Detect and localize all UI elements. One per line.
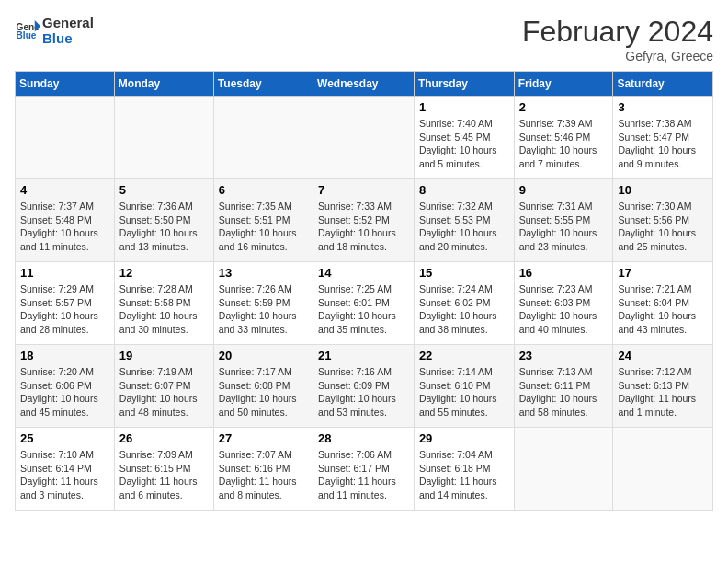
- logo-line2: Blue: [42, 30, 94, 46]
- day-info: Sunrise: 7:23 AM Sunset: 6:03 PM Dayligh…: [519, 282, 609, 337]
- title-area: February 2024 Gefyra, Greece: [522, 15, 713, 63]
- logo-line1: General: [42, 15, 94, 30]
- calendar-cell: 8Sunrise: 7:32 AM Sunset: 5:53 PM Daylig…: [414, 179, 514, 262]
- day-number: 9: [519, 183, 609, 197]
- day-info: Sunrise: 7:32 AM Sunset: 5:53 PM Dayligh…: [419, 200, 509, 254]
- header: General Blue General Blue February 2024 …: [15, 15, 713, 63]
- day-number: 15: [419, 266, 509, 280]
- day-number: 12: [119, 266, 209, 280]
- calendar-cell: [213, 97, 313, 179]
- logo: General Blue General Blue: [15, 15, 94, 46]
- calendar-cell: 27Sunrise: 7:07 AM Sunset: 6:16 PM Dayli…: [213, 428, 313, 511]
- weekday-header: Monday: [114, 72, 213, 97]
- day-number: 1: [419, 100, 509, 114]
- calendar-table: SundayMondayTuesdayWednesdayThursdayFrid…: [15, 71, 713, 511]
- day-number: 6: [219, 183, 308, 197]
- calendar-cell: [114, 97, 213, 179]
- calendar-cell: 14Sunrise: 7:25 AM Sunset: 6:01 PM Dayli…: [313, 262, 415, 345]
- calendar-cell: 9Sunrise: 7:31 AM Sunset: 5:55 PM Daylig…: [514, 179, 613, 262]
- day-info: Sunrise: 7:39 AM Sunset: 5:46 PM Dayligh…: [519, 117, 609, 171]
- day-info: Sunrise: 7:14 AM Sunset: 6:10 PM Dayligh…: [419, 365, 509, 419]
- calendar-cell: 29Sunrise: 7:04 AM Sunset: 6:18 PM Dayli…: [414, 428, 514, 511]
- day-number: 23: [519, 349, 609, 362]
- day-number: 14: [318, 266, 409, 280]
- day-number: 2: [519, 100, 609, 114]
- weekday-header: Tuesday: [213, 72, 313, 97]
- day-info: Sunrise: 7:38 AM Sunset: 5:47 PM Dayligh…: [618, 117, 708, 171]
- day-info: Sunrise: 7:37 AM Sunset: 5:48 PM Dayligh…: [20, 200, 109, 254]
- calendar-cell: 1Sunrise: 7:40 AM Sunset: 5:45 PM Daylig…: [414, 97, 514, 179]
- day-number: 8: [419, 183, 509, 197]
- day-info: Sunrise: 7:04 AM Sunset: 6:18 PM Dayligh…: [419, 448, 509, 502]
- day-number: 4: [20, 183, 109, 197]
- calendar-cell: 15Sunrise: 7:24 AM Sunset: 6:02 PM Dayli…: [414, 262, 514, 345]
- day-number: 19: [119, 349, 209, 362]
- calendar-cell: 17Sunrise: 7:21 AM Sunset: 6:04 PM Dayli…: [613, 262, 713, 345]
- calendar-cell: 4Sunrise: 7:37 AM Sunset: 5:48 PM Daylig…: [16, 179, 115, 262]
- day-number: 27: [219, 431, 308, 445]
- weekday-header: Friday: [514, 72, 613, 97]
- calendar-week-row: 4Sunrise: 7:37 AM Sunset: 5:48 PM Daylig…: [16, 179, 713, 262]
- day-info: Sunrise: 7:25 AM Sunset: 6:01 PM Dayligh…: [318, 282, 409, 337]
- calendar-cell: 28Sunrise: 7:06 AM Sunset: 6:17 PM Dayli…: [313, 428, 415, 511]
- day-number: 17: [618, 266, 708, 280]
- day-number: 22: [419, 349, 509, 362]
- day-info: Sunrise: 7:29 AM Sunset: 5:57 PM Dayligh…: [20, 282, 109, 337]
- weekday-header: Sunday: [16, 72, 115, 97]
- logo-icon: General Blue: [15, 17, 40, 43]
- calendar-cell: 11Sunrise: 7:29 AM Sunset: 5:57 PM Dayli…: [16, 262, 115, 345]
- day-number: 26: [119, 431, 209, 445]
- day-info: Sunrise: 7:31 AM Sunset: 5:55 PM Dayligh…: [519, 200, 609, 254]
- calendar-header: SundayMondayTuesdayWednesdayThursdayFrid…: [16, 72, 713, 97]
- calendar-week-row: 25Sunrise: 7:10 AM Sunset: 6:14 PM Dayli…: [16, 428, 713, 511]
- day-number: 10: [618, 183, 708, 197]
- location-subtitle: Gefyra, Greece: [522, 49, 713, 63]
- calendar-cell: 10Sunrise: 7:30 AM Sunset: 5:56 PM Dayli…: [613, 179, 713, 262]
- day-info: Sunrise: 7:33 AM Sunset: 5:52 PM Dayligh…: [318, 200, 409, 254]
- day-info: Sunrise: 7:07 AM Sunset: 6:16 PM Dayligh…: [219, 448, 308, 502]
- day-info: Sunrise: 7:35 AM Sunset: 5:51 PM Dayligh…: [219, 200, 308, 254]
- day-info: Sunrise: 7:06 AM Sunset: 6:17 PM Dayligh…: [318, 448, 409, 502]
- calendar-cell: 3Sunrise: 7:38 AM Sunset: 5:47 PM Daylig…: [613, 97, 713, 179]
- calendar-week-row: 1Sunrise: 7:40 AM Sunset: 5:45 PM Daylig…: [16, 97, 713, 179]
- calendar-cell: 20Sunrise: 7:17 AM Sunset: 6:08 PM Dayli…: [213, 345, 313, 428]
- calendar-cell: [16, 97, 115, 179]
- svg-text:Blue: Blue: [17, 30, 37, 40]
- calendar-cell: 2Sunrise: 7:39 AM Sunset: 5:46 PM Daylig…: [514, 97, 613, 179]
- day-number: 7: [318, 183, 409, 197]
- weekday-header: Wednesday: [313, 72, 415, 97]
- day-info: Sunrise: 7:36 AM Sunset: 5:50 PM Dayligh…: [119, 200, 209, 254]
- calendar-cell: 24Sunrise: 7:12 AM Sunset: 6:13 PM Dayli…: [613, 345, 713, 428]
- day-info: Sunrise: 7:17 AM Sunset: 6:08 PM Dayligh…: [219, 365, 308, 419]
- day-info: Sunrise: 7:26 AM Sunset: 5:59 PM Dayligh…: [219, 282, 308, 337]
- calendar-cell: 18Sunrise: 7:20 AM Sunset: 6:06 PM Dayli…: [16, 345, 115, 428]
- calendar-cell: 13Sunrise: 7:26 AM Sunset: 5:59 PM Dayli…: [213, 262, 313, 345]
- calendar-cell: [613, 428, 713, 511]
- calendar-week-row: 18Sunrise: 7:20 AM Sunset: 6:06 PM Dayli…: [16, 345, 713, 428]
- day-number: 25: [20, 431, 109, 445]
- calendar-cell: [313, 97, 415, 179]
- day-number: 24: [618, 349, 708, 362]
- day-info: Sunrise: 7:20 AM Sunset: 6:06 PM Dayligh…: [20, 365, 109, 419]
- day-number: 29: [419, 431, 509, 445]
- month-title: February 2024: [522, 15, 713, 49]
- calendar-cell: 21Sunrise: 7:16 AM Sunset: 6:09 PM Dayli…: [313, 345, 415, 428]
- day-info: Sunrise: 7:40 AM Sunset: 5:45 PM Dayligh…: [419, 117, 509, 171]
- day-info: Sunrise: 7:12 AM Sunset: 6:13 PM Dayligh…: [618, 365, 708, 419]
- calendar-week-row: 11Sunrise: 7:29 AM Sunset: 5:57 PM Dayli…: [16, 262, 713, 345]
- calendar-cell: 12Sunrise: 7:28 AM Sunset: 5:58 PM Dayli…: [114, 262, 213, 345]
- day-number: 16: [519, 266, 609, 280]
- day-number: 11: [20, 266, 109, 280]
- calendar-cell: 5Sunrise: 7:36 AM Sunset: 5:50 PM Daylig…: [114, 179, 213, 262]
- weekday-header: Saturday: [613, 72, 713, 97]
- day-info: Sunrise: 7:21 AM Sunset: 6:04 PM Dayligh…: [618, 282, 708, 337]
- day-number: 3: [618, 100, 708, 114]
- day-info: Sunrise: 7:28 AM Sunset: 5:58 PM Dayligh…: [119, 282, 209, 337]
- day-info: Sunrise: 7:13 AM Sunset: 6:11 PM Dayligh…: [519, 365, 609, 419]
- day-number: 5: [119, 183, 209, 197]
- day-number: 13: [219, 266, 308, 280]
- day-number: 21: [318, 349, 409, 362]
- day-info: Sunrise: 7:09 AM Sunset: 6:15 PM Dayligh…: [119, 448, 209, 502]
- calendar-cell: 22Sunrise: 7:14 AM Sunset: 6:10 PM Dayli…: [414, 345, 514, 428]
- calendar-cell: 19Sunrise: 7:19 AM Sunset: 6:07 PM Dayli…: [114, 345, 213, 428]
